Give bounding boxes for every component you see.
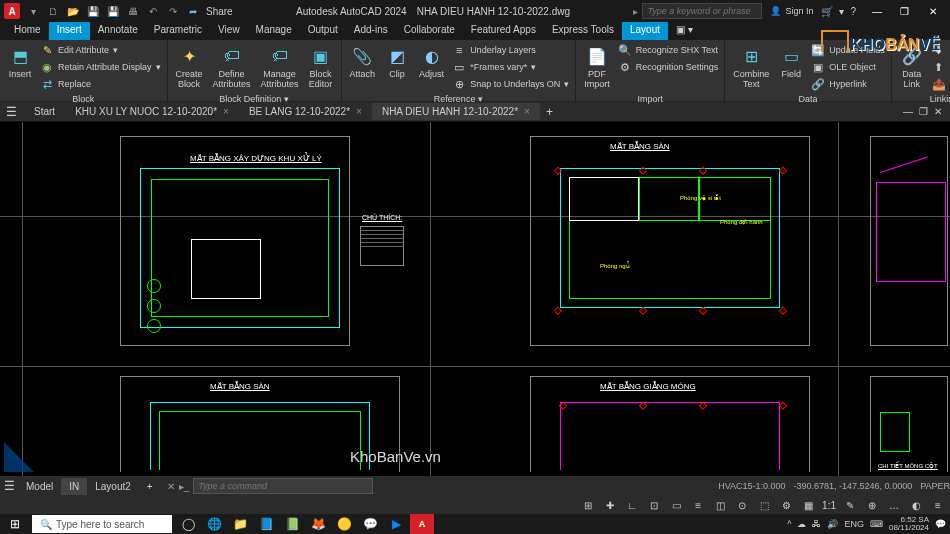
undo-icon[interactable]: ↶ <box>146 4 160 18</box>
status-toggle[interactable]: ▦ <box>800 497 816 513</box>
add-layout-button[interactable]: + <box>139 478 161 495</box>
app-word[interactable]: 📘 <box>254 514 278 534</box>
tab-parametric[interactable]: Parametric <box>146 22 210 40</box>
layout-tab-in[interactable]: IN <box>61 478 87 495</box>
start-button[interactable]: ⊞ <box>0 514 30 534</box>
share-label[interactable]: Share <box>206 4 233 18</box>
tab-express[interactable]: Express Tools <box>544 22 622 40</box>
search-input[interactable] <box>642 3 762 19</box>
status-toggle[interactable]: ⚙ <box>778 497 794 513</box>
tray-cloud-icon[interactable]: ☁ <box>797 519 806 529</box>
status-toggle[interactable]: ⬚ <box>756 497 772 513</box>
file-menu-icon[interactable]: ☰ <box>6 105 24 119</box>
edit-attribute-button[interactable]: ✎Edit Attribute▾ <box>38 42 163 58</box>
close-tab-icon[interactable]: × <box>356 106 362 117</box>
app-autocad[interactable]: A <box>410 514 434 534</box>
tab-insert[interactable]: Insert <box>49 22 90 40</box>
clip-button[interactable]: ◩Clip <box>381 42 413 82</box>
status-toggle[interactable]: ✚ <box>602 497 618 513</box>
tray-chevron-icon[interactable]: ^ <box>787 519 791 529</box>
attach-button[interactable]: 📎Attach <box>346 42 380 82</box>
apps-icon[interactable]: ▾ <box>839 6 844 17</box>
menu-dropdown-icon[interactable]: ▾ <box>26 4 40 18</box>
tab-annotate[interactable]: Annotate <box>90 22 146 40</box>
status-toggle[interactable]: ⊡ <box>646 497 662 513</box>
close-tab-icon[interactable]: × <box>524 106 530 117</box>
status-toggle[interactable]: ∟ <box>624 497 640 513</box>
tab-output[interactable]: Output <box>300 22 346 40</box>
redo-icon[interactable]: ↷ <box>166 4 180 18</box>
status-toggle[interactable]: ◐ <box>908 497 924 513</box>
extract-data-button[interactable]: 📤Extract Data <box>930 76 950 92</box>
tray-notifications-icon[interactable]: 💬 <box>935 519 946 529</box>
snap-underlays-button[interactable]: ⊕Snap to Underlays ON▾ <box>450 76 571 92</box>
restore-button[interactable]: ❐ <box>892 1 918 21</box>
close-tab-icon[interactable]: × <box>223 106 229 117</box>
app-zalo[interactable]: 💬 <box>358 514 382 534</box>
tab-collaborate[interactable]: Collaborate <box>396 22 463 40</box>
saveas-icon[interactable]: 💾 <box>106 4 120 18</box>
share-icon[interactable]: ➦ <box>186 4 200 18</box>
cmd-close-icon[interactable]: ✕ <box>167 481 175 492</box>
manage-attributes-button[interactable]: 🏷Manage Attributes <box>257 42 303 92</box>
retain-attribute-button[interactable]: ◉Retain Attribute Display▾ <box>38 59 163 75</box>
app-excel[interactable]: 📗 <box>280 514 304 534</box>
underlay-layers-button[interactable]: ≡Underlay Layers <box>450 42 571 58</box>
status-toggle[interactable]: ⊞ <box>580 497 596 513</box>
command-input[interactable] <box>193 478 373 494</box>
ole-object-button[interactable]: ▣OLE Object <box>809 59 887 75</box>
tab-featured[interactable]: Featured Apps <box>463 22 544 40</box>
tray-lang[interactable]: ENG <box>844 519 864 529</box>
field-button[interactable]: ▭Field <box>775 42 807 82</box>
app-icon[interactable]: A <box>4 3 20 19</box>
define-attributes-button[interactable]: 🏷Define Attributes <box>209 42 255 92</box>
app-cortana[interactable]: ◯ <box>176 514 200 534</box>
app-chrome[interactable]: 🟡 <box>332 514 356 534</box>
filetab-1[interactable]: KHU XU LY NUOC 12-10-2020*× <box>65 103 239 120</box>
tray-network-icon[interactable]: 🖧 <box>812 519 821 529</box>
tray-keyboard-icon[interactable]: ⌨ <box>870 519 883 529</box>
open-icon[interactable]: 📂 <box>66 4 80 18</box>
cart-icon[interactable]: 🛒 <box>821 6 833 17</box>
frames-button[interactable]: ▭*Frames vary*▾ <box>450 59 571 75</box>
insert-block-button[interactable]: ⬒ Insert <box>4 42 36 82</box>
filetab-2[interactable]: BE LANG 12-10-2022*× <box>239 103 372 120</box>
minimize-button[interactable]: — <box>864 1 890 21</box>
close-button[interactable]: ✕ <box>920 1 946 21</box>
combine-text-button[interactable]: ⊞Combine Text <box>729 42 773 92</box>
layout-tab-layout2[interactable]: Layout2 <box>87 478 139 495</box>
minimize-doc-icon[interactable]: — <box>903 106 913 117</box>
new-icon[interactable]: 🗋 <box>46 4 60 18</box>
app-explorer[interactable]: 📁 <box>228 514 252 534</box>
recognition-settings-button[interactable]: ⚙Recognition Settings <box>616 59 721 75</box>
drawing-canvas[interactable]: MẶT BẰNG XÂY DỰNG KHU XỬ LÝ CHÚ THÍCH: M… <box>0 122 950 476</box>
layout-menu-icon[interactable]: ☰ <box>0 479 18 493</box>
restore-doc-icon[interactable]: ❐ <box>919 106 928 117</box>
tab-layout[interactable]: Layout <box>622 22 668 40</box>
taskbar-search[interactable]: 🔍 Type here to search <box>32 515 172 533</box>
tab-manage[interactable]: Manage <box>248 22 300 40</box>
status-toggle[interactable]: ≡ <box>690 497 706 513</box>
upload-source-button[interactable]: ⬆Upload to Source <box>930 59 950 75</box>
app-firefox[interactable]: 🦊 <box>306 514 330 534</box>
status-scale[interactable]: 1:1 <box>822 497 836 513</box>
status-toggle[interactable]: ✎ <box>842 497 858 513</box>
hyperlink-button[interactable]: 🔗Hyperlink <box>809 76 887 92</box>
tray-volume-icon[interactable]: 🔊 <box>827 519 838 529</box>
adjust-button[interactable]: ◐Adjust <box>415 42 448 82</box>
help-search[interactable] <box>642 3 762 19</box>
help-icon[interactable]: ? <box>850 6 856 17</box>
tab-addins[interactable]: Add-ins <box>346 22 396 40</box>
tab-more[interactable]: ▣ ▾ <box>668 22 701 40</box>
tab-view[interactable]: View <box>210 22 248 40</box>
command-line[interactable]: ✕ ▸_ <box>167 478 710 494</box>
tab-home[interactable]: Home <box>6 22 49 40</box>
plot-icon[interactable]: 🖶 <box>126 4 140 18</box>
status-toggle[interactable]: ▭ <box>668 497 684 513</box>
replace-button[interactable]: ⇄Replace <box>38 76 163 92</box>
app-ultraviewer[interactable]: ▶ <box>384 514 408 534</box>
status-toggle[interactable]: ≡ <box>930 497 946 513</box>
save-icon[interactable]: 💾 <box>86 4 100 18</box>
status-toggle[interactable]: ⊕ <box>864 497 880 513</box>
status-toggle[interactable]: ◫ <box>712 497 728 513</box>
